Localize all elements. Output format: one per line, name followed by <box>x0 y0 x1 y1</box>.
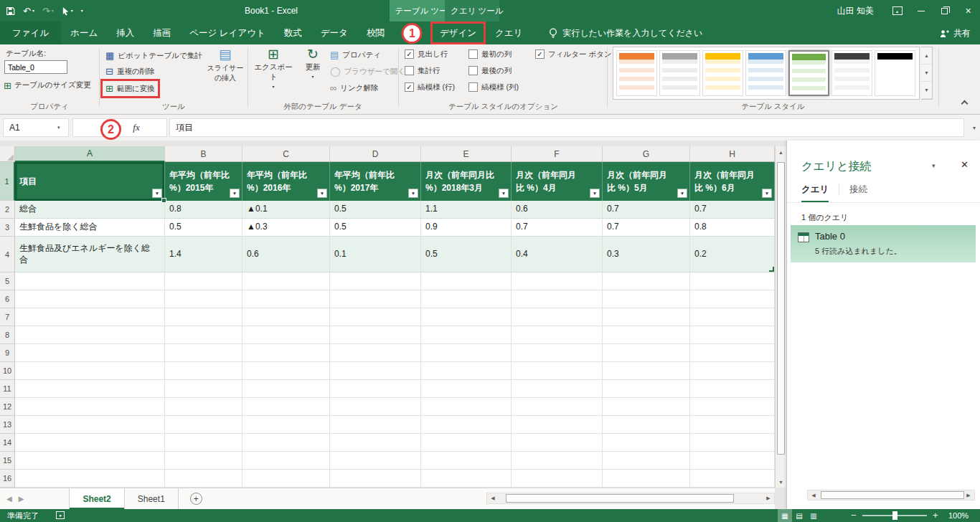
cell-F8[interactable] <box>512 326 603 344</box>
cell-A6[interactable] <box>15 290 165 308</box>
cell-E5[interactable] <box>421 272 512 290</box>
cell-D16[interactable] <box>330 470 421 488</box>
row-header-6[interactable]: 6 <box>0 290 15 308</box>
row-header-12[interactable]: 12 <box>0 398 15 416</box>
cell-B16[interactable] <box>165 470 242 488</box>
summarize-with-pivottable-button[interactable]: ピボットテーブルで集計 <box>103 48 205 63</box>
row-header-13[interactable]: 13 <box>0 416 15 434</box>
insert-slicer-button[interactable]: スライサーの挿入 <box>205 47 245 102</box>
cell-G14[interactable] <box>603 434 690 452</box>
tell-me-box[interactable]: 実行したい作業を入力してください <box>549 22 702 44</box>
new-sheet-button[interactable]: + <box>190 493 202 505</box>
resize-table-button[interactable]: テーブルのサイズ変更 <box>1 79 93 92</box>
cell-F1[interactable]: 月次（前年同月比 %）4月▼ <box>512 162 603 201</box>
ribbon-tab-design[interactable]: デザイン <box>430 22 486 44</box>
row-header-8[interactable]: 8 <box>0 326 15 344</box>
cell-H15[interactable] <box>690 452 775 470</box>
scroll-up-button[interactable]: ▲ <box>776 146 786 158</box>
cell-G16[interactable] <box>603 470 690 488</box>
cell-C3[interactable]: ▲0.3 <box>242 219 330 237</box>
scrollbar-thumb[interactable] <box>777 162 785 455</box>
checkbox-banded-rows[interactable] <box>405 82 414 92</box>
scrollbar-track[interactable] <box>499 493 763 503</box>
cell-A1[interactable]: 項目▼ <box>15 162 165 201</box>
cell-F16[interactable] <box>512 470 603 488</box>
panel-close-button[interactable]: ✕ <box>961 159 969 170</box>
ribbon-tab-draw[interactable]: 描画 <box>143 22 180 44</box>
cell-E4[interactable]: 0.5 <box>421 237 512 272</box>
refresh-button[interactable]: 更新 <box>297 47 329 79</box>
cell-A7[interactable] <box>15 308 165 326</box>
collapse-ribbon-button[interactable] <box>958 98 970 108</box>
cell-F7[interactable] <box>512 308 603 326</box>
redo-button[interactable] <box>42 6 54 16</box>
name-box-dropdown-icon[interactable] <box>57 125 60 130</box>
cell-C6[interactable] <box>242 290 330 308</box>
cell-F10[interactable] <box>512 362 603 380</box>
row-header-7[interactable]: 7 <box>0 308 15 326</box>
ribbon-tab-file[interactable]: ファイル <box>0 22 61 44</box>
cell-C13[interactable] <box>242 416 330 434</box>
query-list-item[interactable]: Table 0 5 行読み込まれました。 <box>791 225 976 262</box>
column-header-d[interactable]: D <box>330 146 421 162</box>
close-button[interactable]: × <box>956 0 980 22</box>
cell-E6[interactable] <box>421 290 512 308</box>
cell-C12[interactable] <box>242 398 330 416</box>
formula-input[interactable]: 項目 <box>169 118 964 137</box>
cell-E15[interactable] <box>421 452 512 470</box>
cell-F11[interactable] <box>512 380 603 398</box>
table-style-green[interactable] <box>788 50 829 96</box>
row-header-3[interactable]: 3 <box>0 219 15 237</box>
cell-G7[interactable] <box>603 308 690 326</box>
cell-A15[interactable] <box>15 452 165 470</box>
ribbon-tab-data[interactable]: データ <box>311 22 357 44</box>
column-header-h[interactable]: H <box>690 146 775 162</box>
checkbox-total-row[interactable] <box>405 66 414 75</box>
cell-A4[interactable]: 生鮮食品及びエネルギーを除く総合 <box>15 237 165 272</box>
row-header-9[interactable]: 9 <box>0 344 15 362</box>
row-header-10[interactable]: 10 <box>0 362 15 380</box>
cell-G1[interactable]: 月次（前年同月比 %）5月▼ <box>603 162 690 201</box>
cell-D15[interactable] <box>330 452 421 470</box>
column-header-e[interactable]: E <box>421 146 512 162</box>
fill-handle[interactable] <box>161 198 166 203</box>
cell-B5[interactable] <box>165 272 242 290</box>
cell-H2[interactable]: 0.7 <box>690 201 775 219</box>
cell-C11[interactable] <box>242 380 330 398</box>
cell-H13[interactable] <box>690 416 775 434</box>
macro-record-button[interactable]: ● <box>56 511 65 519</box>
table-style-gold[interactable] <box>702 50 743 96</box>
cell-D10[interactable] <box>330 362 421 380</box>
scroll-right-button[interactable] <box>963 490 974 501</box>
cell-G2[interactable]: 0.7 <box>603 201 690 219</box>
next-sheet-button[interactable] <box>19 495 24 503</box>
cell-E16[interactable] <box>421 470 512 488</box>
cell-A9[interactable] <box>15 344 165 362</box>
column-header-b[interactable]: B <box>165 146 242 162</box>
cell-F15[interactable] <box>512 452 603 470</box>
select-all-button[interactable] <box>0 146 15 162</box>
option-header-row[interactable]: 見出し行 <box>405 49 455 59</box>
filter-button[interactable]: ▼ <box>590 189 600 198</box>
zoom-slider-thumb[interactable] <box>892 511 897 520</box>
table-style-orange[interactable] <box>616 50 657 96</box>
zoom-out-button[interactable]: − <box>851 509 857 522</box>
export-button[interactable]: エクスポート <box>251 47 296 89</box>
cell-F2[interactable]: 0.6 <box>512 201 603 219</box>
cell-E7[interactable] <box>421 308 512 326</box>
table-resize-handle[interactable] <box>769 267 774 272</box>
cell-D6[interactable] <box>330 290 421 308</box>
cell-G5[interactable] <box>603 272 690 290</box>
cell-F9[interactable] <box>512 344 603 362</box>
cell-D3[interactable]: 0.5 <box>330 219 421 237</box>
customize-qat-button[interactable] <box>81 9 83 13</box>
cell-C9[interactable] <box>242 344 330 362</box>
checkbox-first-column[interactable] <box>468 49 478 59</box>
page-layout-view-button[interactable] <box>792 509 806 522</box>
cell-B10[interactable] <box>165 362 242 380</box>
cell-F5[interactable] <box>512 272 603 290</box>
cell-G8[interactable] <box>603 326 690 344</box>
cell-A2[interactable]: 総合 <box>15 201 165 219</box>
cell-D1[interactable]: 年平均（前年比%）2017年▼ <box>330 162 421 201</box>
scrollbar-track[interactable] <box>776 158 786 476</box>
